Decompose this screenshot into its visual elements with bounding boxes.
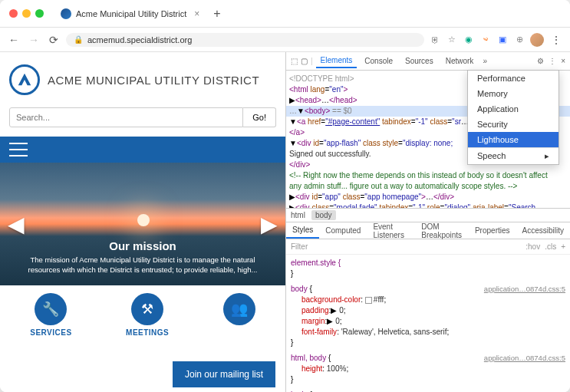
tab-properties[interactable]: Properties <box>469 223 516 238</box>
tab-sources[interactable]: Sources <box>400 54 438 68</box>
person-icon: 👥 <box>223 293 255 325</box>
zoom-icon[interactable]: ⊕ <box>513 34 526 46</box>
shield-ext-icon[interactable]: ⛨ <box>429 34 441 46</box>
url-text: acmemud.specialdistrict.org <box>87 35 192 44</box>
tab-listeners[interactable]: Event Listeners <box>367 219 415 242</box>
close-tab-icon[interactable]: × <box>194 8 199 19</box>
forward-button[interactable]: → <box>26 32 41 48</box>
ext-blue-icon[interactable]: ▣ <box>496 34 509 46</box>
settings-icon[interactable]: ⚙ <box>537 57 544 65</box>
menu-security[interactable]: Security <box>468 117 558 132</box>
tab-styles[interactable]: Styles <box>286 222 319 239</box>
new-tab-button[interactable]: + <box>207 7 226 21</box>
website-pane: ACME MUNICIPAL UTILITY DISTRICT Go! ◀ ▶ … <box>0 52 285 392</box>
services-link[interactable]: 🔧 SERVICES <box>30 293 71 337</box>
close-window-button[interactable] <box>9 9 18 18</box>
tab-title: Acme Municipal Utility District <box>76 9 186 18</box>
tabs-overflow-menu: Performance Memory Application Security … <box>467 70 559 165</box>
styles-pane[interactable]: element.style {} application…0874d.css:5… <box>286 255 570 392</box>
people-link[interactable]: 👥 <box>223 293 255 337</box>
search-input[interactable] <box>9 107 243 127</box>
search-go-button[interactable]: Go! <box>243 107 276 127</box>
more-icon[interactable]: ⋮ <box>549 57 556 65</box>
menu-speech[interactable]: Speech▸ <box>468 147 558 164</box>
site-title: ACME MUNICIPAL UTILITY DISTRICT <box>48 74 259 87</box>
ext-teal-icon[interactable]: ◉ <box>463 34 475 46</box>
cls-toggle[interactable]: .cls <box>545 242 556 251</box>
carousel-next-button[interactable]: ▶ <box>261 212 278 237</box>
add-rule-button[interactable]: + <box>561 242 565 251</box>
tab-network[interactable]: Network <box>441 54 479 68</box>
address-bar: ← → ⟳ 🔒 acmemud.specialdistrict.org ⛨ ☆ … <box>0 28 570 52</box>
hero-body: The mission of Acme Municipal Utility Di… <box>23 255 262 275</box>
hov-toggle[interactable]: :hov <box>526 242 540 251</box>
browser-tab[interactable]: Acme Municipal Utility District × <box>53 5 207 22</box>
tab-console[interactable]: Console <box>360 54 397 68</box>
wrench-icon: 🔧 <box>35 293 67 325</box>
styles-tabs: Styles Computed Event Listeners DOM Brea… <box>286 222 570 239</box>
favicon-icon <box>61 8 71 19</box>
hero-title: Our mission <box>23 239 262 252</box>
hero-carousel: ◀ ▶ Our mission The mission of Acme Muni… <box>0 163 285 285</box>
lock-icon: 🔒 <box>74 35 83 44</box>
filter-input[interactable]: Filter <box>291 242 526 251</box>
tab-accessibility[interactable]: Accessibility <box>516 223 570 238</box>
mailing-list-cta[interactable]: Join our mailing list <box>173 361 275 387</box>
url-field[interactable]: 🔒 acmemud.specialdistrict.org <box>66 33 424 47</box>
ext-orange-icon[interactable]: ༄ <box>479 34 492 46</box>
back-button[interactable]: ← <box>6 32 21 48</box>
menu-lighthouse[interactable]: Lighthouse <box>468 132 558 147</box>
maximize-window-button[interactable] <box>35 9 44 18</box>
gavel-icon: ⚒ <box>131 293 163 325</box>
menu-button[interactable]: ⋮ <box>549 32 564 48</box>
traffic-lights <box>9 9 44 18</box>
tab-elements[interactable]: Elements <box>316 54 357 68</box>
site-logo-icon <box>9 64 40 95</box>
minimize-window-button[interactable] <box>22 9 31 18</box>
reload-button[interactable]: ⟳ <box>46 32 61 48</box>
devtools-panel: ⬚ ▢ | Elements Console Sources Network »… <box>285 52 570 392</box>
devtools-toolbar: ⬚ ▢ | Elements Console Sources Network »… <box>286 52 570 71</box>
menu-memory[interactable]: Memory <box>468 86 558 101</box>
tab-computed[interactable]: Computed <box>319 223 367 238</box>
close-devtools-icon[interactable]: × <box>561 57 565 65</box>
tabs-overflow-button[interactable]: » <box>483 57 487 65</box>
star-icon[interactable]: ☆ <box>446 34 458 46</box>
profile-avatar[interactable] <box>530 33 544 47</box>
styles-filter-bar: Filter :hov .cls + <box>286 239 570 255</box>
inspect-icon[interactable]: ⬚ <box>291 57 298 65</box>
menu-performance[interactable]: Performance <box>468 71 558 86</box>
window-titlebar: Acme Municipal Utility District × + <box>0 0 570 28</box>
meetings-link[interactable]: ⚒ MEETINGS <box>126 293 169 337</box>
nav-bar <box>0 137 285 163</box>
carousel-prev-button[interactable]: ◀ <box>8 212 25 237</box>
device-icon[interactable]: ▢ <box>301 57 308 65</box>
hamburger-icon[interactable] <box>9 143 28 156</box>
tab-dombreak[interactable]: DOM Breakpoints <box>415 219 469 242</box>
menu-application[interactable]: Application <box>468 101 558 117</box>
